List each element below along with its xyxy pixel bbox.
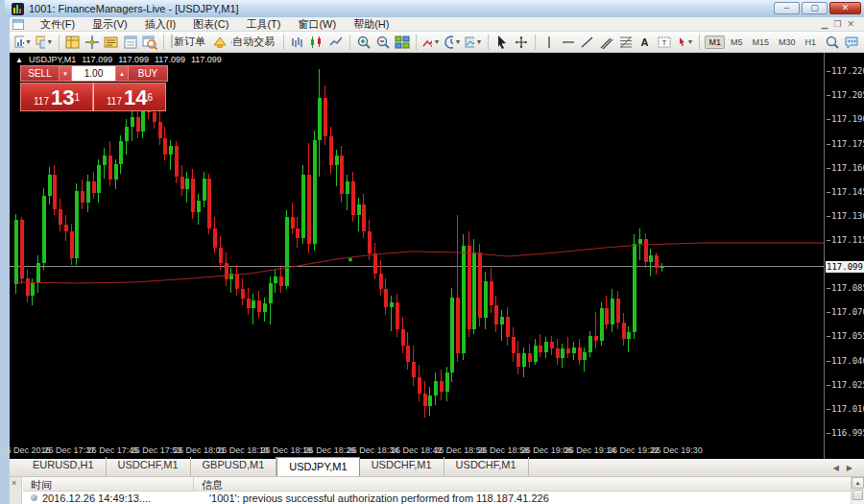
horizontal-line-tool-button[interactable]	[560, 34, 577, 51]
text-tool-button[interactable]: A	[636, 34, 654, 51]
terminal-scrollbar[interactable]: ▲	[851, 477, 864, 504]
period-button-m30[interactable]: M30	[775, 36, 800, 49]
indicators-button[interactable]: ▼	[421, 34, 441, 51]
trendline-tool-button[interactable]	[579, 34, 596, 51]
open-value: 117.099	[82, 55, 112, 64]
tabs-scroll-left-button[interactable]: ◀	[833, 464, 839, 472]
candle-body	[207, 179, 211, 228]
period-button-m5[interactable]: M5	[727, 36, 747, 49]
candle-body	[136, 117, 140, 132]
close-value: 117.099	[191, 55, 222, 64]
chart-tab-4[interactable]: USDCHF,M1	[360, 457, 444, 476]
candle-body	[48, 175, 52, 196]
price-tick-label: 117.055	[831, 331, 864, 341]
one-click-trading-panel: SELL ▼ 1.00 ▲ BUY 117131 117146	[20, 65, 168, 111]
strategy-tester-button[interactable]	[141, 34, 158, 51]
chart-tab-5[interactable]: USDCHF,M1	[444, 457, 529, 476]
candle-body	[384, 289, 388, 307]
arrows-tool-button[interactable]: ▼	[675, 34, 694, 51]
child-minimize-button[interactable]: ▁	[821, 18, 828, 31]
chart-window-icon[interactable]	[12, 19, 24, 30]
chart-tab-1[interactable]: USDCHF,M1	[107, 457, 191, 476]
zoom-in-button[interactable]	[355, 34, 372, 51]
svg-text:T: T	[662, 38, 667, 47]
candle-body	[434, 381, 438, 396]
sell-button[interactable]: SELL	[20, 65, 60, 82]
candle-body	[340, 156, 344, 194]
crosshair-tool-button[interactable]	[513, 34, 530, 51]
volume-step-down-button[interactable]: ▼	[60, 65, 72, 82]
menu-item-3[interactable]: 图表(C)	[184, 17, 237, 32]
market-watch-button[interactable]	[64, 34, 82, 51]
candle-body	[213, 228, 217, 248]
high-value: 117.099	[118, 55, 149, 64]
fibonacci-tool-button[interactable]	[617, 34, 635, 51]
maximize-button[interactable]: ▢	[802, 2, 828, 14]
candle-body	[324, 98, 327, 136]
volume-input[interactable]: 1.00	[72, 65, 116, 82]
scrollbar-thumb[interactable]	[852, 490, 863, 500]
period-button-m1[interactable]: M1	[705, 36, 725, 49]
new-chart-button[interactable]: ▼	[13, 34, 33, 51]
community-chat-button[interactable]	[843, 34, 860, 51]
vertical-line-tool-button[interactable]	[540, 34, 558, 51]
candle-body	[406, 346, 410, 362]
periods-button[interactable]: ▼	[443, 34, 462, 51]
metaeditor-button[interactable]	[211, 34, 228, 51]
zoom-out-button[interactable]	[374, 34, 392, 51]
menu-item-5[interactable]: 窗口(W)	[289, 17, 345, 32]
terminal-button[interactable]	[103, 34, 120, 51]
message-column-header[interactable]: 信息	[194, 477, 223, 491]
search-button[interactable]	[824, 34, 841, 51]
panel-collapse-icon[interactable]: ▲	[15, 56, 23, 64]
chart-tab-0[interactable]: EURUSD,H1	[21, 457, 107, 476]
bar-chart-type-button[interactable]	[289, 34, 306, 51]
chart-area[interactable]: 117.220117.205117.190117.175117.160117.1…	[10, 53, 864, 459]
period-button-m15[interactable]: M15	[748, 36, 773, 49]
tabs-scroll-right-button[interactable]: ▶	[847, 464, 852, 472]
buy-price-button[interactable]: 117146	[93, 83, 166, 111]
tile-windows-button[interactable]	[394, 34, 411, 51]
autotrading-button[interactable]: 自动交易	[230, 34, 278, 51]
templates-button[interactable]: ▼	[464, 34, 483, 51]
chart-tab-2[interactable]: GBPUSD,M1	[191, 457, 277, 476]
chart-tab-3[interactable]: USDJPY,M1	[276, 457, 359, 476]
label-tool-button[interactable]: T	[656, 34, 673, 51]
data-window-button[interactable]	[122, 34, 139, 51]
child-restore-button[interactable]: ❐	[833, 18, 841, 31]
channel-tool-button[interactable]	[598, 34, 615, 51]
navigator-button[interactable]	[84, 34, 101, 51]
child-close-button[interactable]: ✕	[847, 18, 854, 31]
candle-body	[36, 263, 40, 283]
close-button[interactable]: ✕	[829, 2, 861, 14]
candle-body	[318, 98, 322, 140]
cursor-tool-button[interactable]	[493, 34, 511, 51]
period-button-h1[interactable]: H1	[802, 36, 821, 49]
candle-body	[588, 336, 592, 352]
candle-body	[627, 332, 631, 339]
buy-button[interactable]: BUY	[129, 65, 168, 82]
scroll-up-button[interactable]: ▲	[852, 477, 864, 489]
menu-item-2[interactable]: 插入(I)	[136, 17, 184, 32]
menu-item-0[interactable]: 文件(F)	[32, 17, 84, 32]
journal-row[interactable]: 2016.12.26 14:49:13.... '1001': previous…	[23, 492, 851, 504]
terminal-close-button[interactable]: ×	[12, 478, 16, 488]
candle-body	[313, 140, 317, 244]
time-column-header[interactable]: 时间	[23, 477, 194, 491]
candlestick-type-button[interactable]	[308, 34, 325, 51]
menu-item-6[interactable]: 帮助(H)	[345, 17, 397, 32]
candle-body	[357, 204, 361, 215]
line-chart-type-button[interactable]	[327, 34, 345, 51]
candle-body	[169, 146, 173, 155]
sell-price-button[interactable]: 117131	[20, 83, 93, 111]
minimize-button[interactable]: –	[774, 2, 800, 14]
profiles-button[interactable]: ▼	[35, 34, 54, 51]
chevron-down-icon: ▼	[433, 38, 440, 45]
new-order-button[interactable]: 新订单	[169, 34, 209, 51]
volume-step-up-button[interactable]: ▲	[116, 65, 129, 82]
chevron-down-icon: ▼	[454, 38, 461, 45]
menu-item-1[interactable]: 显示(V)	[84, 17, 136, 32]
candle-body	[175, 146, 179, 177]
menu-item-4[interactable]: 工具(T)	[237, 17, 289, 32]
candle-body	[611, 299, 614, 324]
